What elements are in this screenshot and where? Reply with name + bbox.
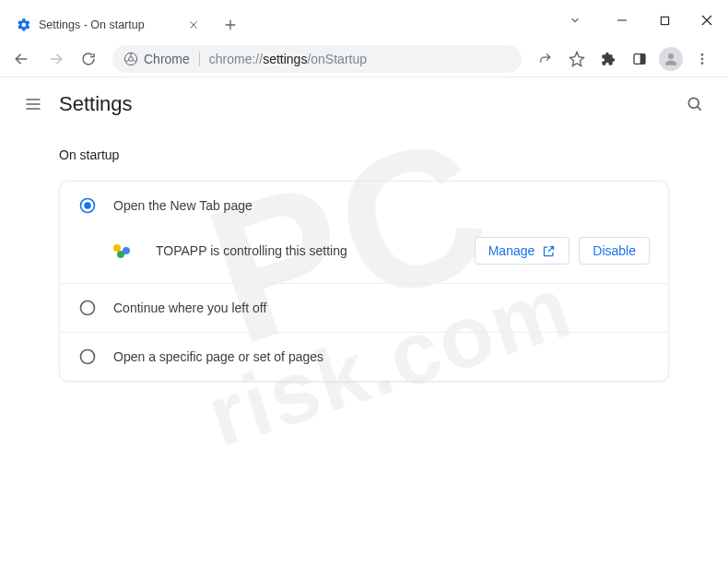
controlled-msg: TOPAPP is controlling this setting — [156, 243, 347, 258]
bookmark-icon[interactable] — [562, 44, 592, 74]
svg-point-9 — [688, 98, 699, 108]
svg-rect-4 — [640, 53, 645, 64]
kebab-menu-icon[interactable] — [687, 44, 717, 74]
share-icon[interactable] — [531, 44, 560, 74]
option-continue[interactable]: Continue where you left off — [60, 283, 668, 332]
browser-toolbar: Chrome chrome://settings/onStartup — [0, 41, 728, 77]
url-text: chrome://settings/onStartup — [209, 52, 367, 66]
svg-point-8 — [701, 62, 704, 65]
window-titlebar: Settings - On startup — [0, 0, 728, 41]
svg-point-11 — [84, 202, 91, 209]
address-bar[interactable]: Chrome chrome://settings/onStartup — [112, 45, 522, 73]
extension-controlled-row: TOPAPP is controlling this setting Manag… — [60, 230, 668, 283]
browser-tab[interactable]: Settings - On startup — [7, 9, 210, 41]
svg-point-7 — [701, 57, 704, 60]
option-label: Open a specific page or set of pages — [113, 349, 323, 364]
window-chevron[interactable] — [544, 0, 601, 41]
startup-card: Open the New Tab page TOPAPP is controll… — [59, 181, 669, 382]
forward-button[interactable] — [41, 44, 70, 74]
manage-button[interactable]: Manage — [475, 237, 570, 265]
section-title: On startup — [59, 147, 669, 162]
option-label: Open the New Tab page — [113, 198, 252, 213]
maximize-button[interactable] — [643, 2, 686, 39]
close-tab-icon[interactable] — [186, 18, 201, 32]
option-new-tab[interactable]: Open the New Tab page — [60, 182, 668, 230]
url-scheme-label: Chrome — [144, 52, 190, 66]
settings-header: Settings — [0, 77, 728, 131]
extensions-icon[interactable] — [593, 44, 623, 74]
reload-button[interactable] — [74, 44, 103, 74]
disable-button[interactable]: Disable — [579, 237, 650, 265]
profile-avatar[interactable] — [656, 44, 686, 74]
page-title: Settings — [59, 92, 133, 116]
svg-point-12 — [81, 301, 95, 315]
close-window-button[interactable] — [686, 2, 728, 39]
window-controls — [601, 0, 728, 41]
back-button[interactable] — [7, 44, 37, 74]
tab-strip: Settings - On startup — [0, 0, 544, 41]
minimize-button[interactable] — [601, 2, 643, 39]
open-external-icon — [542, 244, 556, 258]
svg-rect-0 — [661, 17, 668, 24]
extension-app-icon — [113, 244, 134, 257]
option-label: Continue where you left off — [113, 300, 266, 315]
svg-point-6 — [701, 53, 704, 56]
radio-unselected-icon — [78, 347, 97, 366]
svg-point-2 — [129, 56, 134, 61]
radio-selected-icon — [78, 196, 97, 215]
search-icon[interactable] — [676, 86, 713, 123]
hamburger-menu-icon[interactable] — [15, 86, 52, 123]
settings-content: On startup Open the New Tab page TOPAPP … — [0, 131, 728, 382]
site-info-icon[interactable]: Chrome — [123, 52, 190, 66]
tab-title: Settings - On startup — [39, 18, 145, 31]
option-specific-pages[interactable]: Open a specific page or set of pages — [60, 332, 668, 381]
sidepanel-icon[interactable] — [625, 44, 654, 74]
gear-icon — [17, 18, 31, 32]
svg-point-5 — [668, 53, 674, 59]
svg-point-13 — [81, 350, 95, 364]
new-tab-button[interactable] — [217, 12, 243, 38]
omnibox-separator — [199, 52, 200, 66]
radio-unselected-icon — [78, 299, 97, 317]
